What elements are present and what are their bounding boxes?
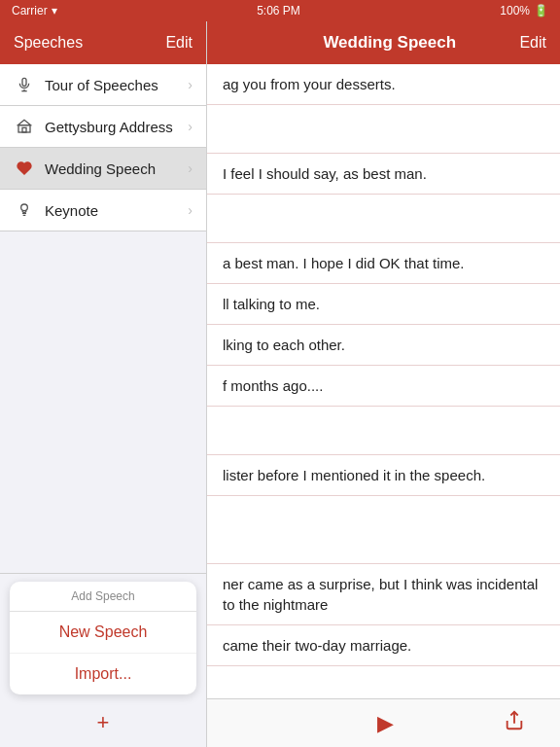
content-title: Wedding Speech: [323, 33, 456, 53]
content-line: lister before I mentioned it in the spee…: [207, 455, 560, 496]
play-button[interactable]: ▶: [366, 707, 405, 740]
building-icon: [14, 116, 35, 137]
content-scroll[interactable]: ag you from your desserts. I feel I shou…: [207, 64, 560, 698]
signal-icon: ▾: [52, 4, 57, 18]
content-line: ag you from your desserts.: [207, 64, 560, 105]
battery-icon: 🔋: [534, 4, 548, 18]
share-icon: [504, 712, 525, 736]
svg-rect-3: [18, 125, 30, 132]
sidebar-item-tour-of-speeches[interactable]: Tour of Speeches ›: [0, 64, 206, 106]
sidebar-nav-bar: Speeches Edit: [0, 21, 206, 64]
content-area: Wedding Speech Edit ag you from your des…: [207, 21, 560, 747]
sidebar-item-label: Keynote: [45, 202, 188, 219]
content-line-empty: [207, 105, 560, 154]
sidebar-item-wedding-speech[interactable]: Wedding Speech ›: [0, 148, 206, 190]
heart-icon: [14, 158, 35, 179]
chevron-right-icon: ›: [188, 77, 192, 92]
status-right: 100% 🔋: [500, 4, 548, 18]
sidebar-item-label: Tour of Speeches: [45, 77, 188, 93]
carrier-label: Carrier: [12, 4, 48, 18]
content-line: ner came as a surprise, but I think was …: [207, 564, 560, 625]
content-line: came their two-day marriage.: [207, 625, 560, 666]
content-line: f months ago....: [207, 366, 560, 407]
add-button[interactable]: +: [0, 702, 206, 743]
chevron-right-icon: ›: [188, 202, 192, 218]
content-edit-button[interactable]: Edit: [519, 34, 546, 52]
content-line: a best man. I hope I did OK that time.: [207, 243, 560, 284]
sidebar-item-gettysburg-address[interactable]: Gettysburg Address ›: [0, 106, 206, 148]
content-nav-bar: Wedding Speech Edit: [207, 21, 560, 64]
content-line-empty: [207, 195, 560, 243]
sidebar-title: Speeches: [14, 34, 83, 52]
mic-icon: [14, 74, 35, 95]
svg-point-5: [21, 204, 28, 211]
popup-menu-title: Add Speech: [10, 582, 196, 612]
bulb-icon: [14, 199, 35, 221]
sidebar-edit-button[interactable]: Edit: [165, 34, 192, 52]
app-body: Speeches Edit Tour of Speeches ›: [0, 21, 560, 747]
sidebar: Speeches Edit Tour of Speeches ›: [0, 21, 207, 747]
sidebar-item-label: Wedding Speech: [45, 160, 188, 177]
sidebar-footer: Add Speech New Speech Import... +: [0, 573, 206, 747]
svg-rect-4: [22, 127, 26, 132]
battery-label: 100%: [500, 4, 530, 18]
content-line: I feel I should say, as best man.: [207, 154, 560, 195]
content-toolbar: ▶: [207, 698, 560, 747]
sidebar-item-label: Gettysburg Address: [45, 119, 188, 135]
sidebar-item-keynote[interactable]: Keynote ›: [0, 190, 206, 231]
content-line: ll talking to me.: [207, 284, 560, 325]
popup-import[interactable]: Import...: [10, 654, 196, 694]
content-line-empty: [207, 666, 560, 698]
plus-icon: +: [97, 710, 110, 735]
status-bar: Carrier ▾ 5:06 PM 100% 🔋: [0, 0, 560, 21]
content-line-empty: [207, 407, 560, 455]
chevron-right-icon: ›: [188, 160, 192, 176]
chevron-right-icon: ›: [188, 119, 192, 134]
share-button[interactable]: [492, 706, 537, 741]
popup-menu: Add Speech New Speech Import...: [10, 582, 196, 694]
svg-rect-0: [22, 78, 26, 86]
status-left: Carrier ▾: [12, 4, 57, 18]
sidebar-list: Tour of Speeches › Gettysburg Address ›: [0, 64, 206, 573]
content-line: lking to each other.: [207, 325, 560, 366]
popup-new-speech[interactable]: New Speech: [10, 612, 196, 654]
status-time: 5:06 PM: [257, 4, 300, 18]
play-icon: ▶: [377, 711, 394, 735]
content-line-empty: [207, 496, 560, 564]
